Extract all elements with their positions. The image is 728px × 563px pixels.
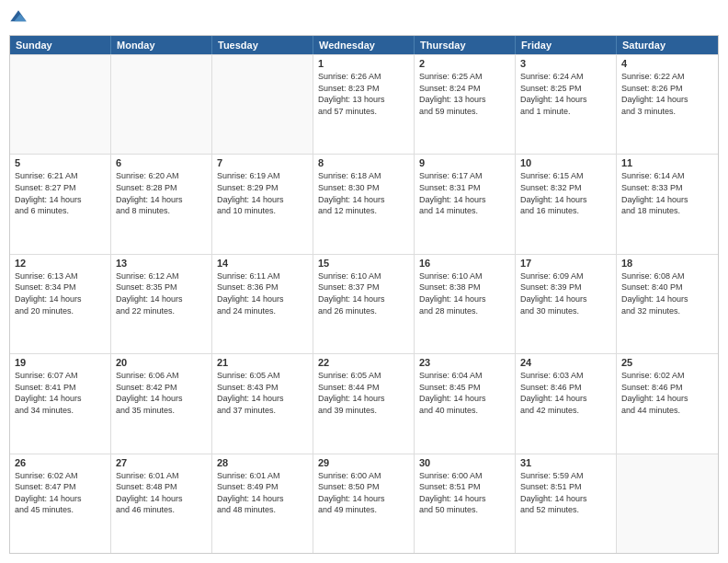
day-number: 17 [520,258,611,269]
calendar-row-0: 1Sunrise: 6:26 AM Sunset: 8:23 PM Daylig… [10,54,718,154]
day-info: Sunrise: 6:18 AM Sunset: 8:30 PM Dayligh… [318,170,409,216]
calendar-cell: 31Sunrise: 5:59 AM Sunset: 8:51 PM Dayli… [516,454,617,553]
day-info: Sunrise: 6:25 AM Sunset: 8:24 PM Dayligh… [419,71,510,117]
calendar-cell: 14Sunrise: 6:11 AM Sunset: 8:36 PM Dayli… [212,255,313,353]
calendar-cell: 21Sunrise: 6:05 AM Sunset: 8:43 PM Dayli… [212,354,313,453]
day-number: 20 [116,357,207,368]
header-day-tuesday: Tuesday [212,36,313,54]
logo [9,9,31,28]
calendar-cell: 13Sunrise: 6:12 AM Sunset: 8:35 PM Dayli… [111,255,212,353]
calendar-cell [212,55,313,154]
day-number: 7 [217,157,308,168]
calendar-row-2: 12Sunrise: 6:13 AM Sunset: 8:34 PM Dayli… [10,254,718,353]
day-info: Sunrise: 6:00 AM Sunset: 8:50 PM Dayligh… [318,470,409,516]
day-number: 14 [217,258,308,269]
day-info: Sunrise: 6:01 AM Sunset: 8:48 PM Dayligh… [116,470,207,516]
calendar-cell: 27Sunrise: 6:01 AM Sunset: 8:48 PM Dayli… [111,454,212,553]
day-info: Sunrise: 6:03 AM Sunset: 8:46 PM Dayligh… [520,370,611,416]
calendar-row-4: 26Sunrise: 6:02 AM Sunset: 8:47 PM Dayli… [10,454,718,553]
header-day-friday: Friday [516,36,617,54]
calendar-cell: 30Sunrise: 6:00 AM Sunset: 8:51 PM Dayli… [415,454,516,553]
header-day-sunday: Sunday [10,36,111,54]
calendar-cell: 11Sunrise: 6:14 AM Sunset: 8:33 PM Dayli… [617,155,718,253]
calendar-cell: 23Sunrise: 6:04 AM Sunset: 8:45 PM Dayli… [415,354,516,453]
day-number: 8 [318,157,409,168]
day-info: Sunrise: 6:15 AM Sunset: 8:32 PM Dayligh… [520,170,611,216]
calendar-cell [10,55,111,154]
header-day-saturday: Saturday [617,36,718,54]
header-day-wednesday: Wednesday [313,36,415,54]
day-info: Sunrise: 6:19 AM Sunset: 8:29 PM Dayligh… [217,170,308,216]
calendar-cell: 29Sunrise: 6:00 AM Sunset: 8:50 PM Dayli… [313,454,415,553]
calendar-cell: 9Sunrise: 6:17 AM Sunset: 8:31 PM Daylig… [415,155,516,253]
day-number: 26 [15,457,106,468]
calendar-row-3: 19Sunrise: 6:07 AM Sunset: 8:41 PM Dayli… [10,353,718,453]
day-info: Sunrise: 6:24 AM Sunset: 8:25 PM Dayligh… [520,71,611,117]
day-info: Sunrise: 6:14 AM Sunset: 8:33 PM Dayligh… [621,170,713,216]
logo-icon [9,9,28,28]
day-info: Sunrise: 6:00 AM Sunset: 8:51 PM Dayligh… [419,470,510,516]
day-number: 27 [116,457,207,468]
calendar-cell: 7Sunrise: 6:19 AM Sunset: 8:29 PM Daylig… [212,155,313,253]
day-info: Sunrise: 6:22 AM Sunset: 8:26 PM Dayligh… [621,71,713,117]
calendar-cell: 1Sunrise: 6:26 AM Sunset: 8:23 PM Daylig… [313,55,415,154]
day-info: Sunrise: 6:13 AM Sunset: 8:34 PM Dayligh… [15,270,106,316]
day-info: Sunrise: 6:05 AM Sunset: 8:44 PM Dayligh… [318,370,409,416]
calendar-cell: 25Sunrise: 6:02 AM Sunset: 8:46 PM Dayli… [617,354,718,453]
day-number: 30 [419,457,510,468]
calendar-cell: 5Sunrise: 6:21 AM Sunset: 8:27 PM Daylig… [10,155,111,253]
day-info: Sunrise: 6:02 AM Sunset: 8:46 PM Dayligh… [621,370,713,416]
day-number: 18 [621,258,713,269]
header-day-monday: Monday [111,36,212,54]
day-info: Sunrise: 6:10 AM Sunset: 8:37 PM Dayligh… [318,270,409,316]
day-number: 5 [15,157,106,168]
day-info: Sunrise: 6:20 AM Sunset: 8:28 PM Dayligh… [116,170,207,216]
day-number: 28 [217,457,308,468]
day-number: 13 [116,258,207,269]
calendar-cell: 15Sunrise: 6:10 AM Sunset: 8:37 PM Dayli… [313,255,415,353]
calendar-row-1: 5Sunrise: 6:21 AM Sunset: 8:27 PM Daylig… [10,154,718,253]
day-info: Sunrise: 6:09 AM Sunset: 8:39 PM Dayligh… [520,270,611,316]
calendar-cell: 19Sunrise: 6:07 AM Sunset: 8:41 PM Dayli… [10,354,111,453]
calendar-cell: 22Sunrise: 6:05 AM Sunset: 8:44 PM Dayli… [313,354,415,453]
day-number: 19 [15,357,106,368]
day-number: 11 [621,157,713,168]
day-number: 6 [116,157,207,168]
day-number: 22 [318,357,409,368]
day-number: 29 [318,457,409,468]
calendar-cell: 10Sunrise: 6:15 AM Sunset: 8:32 PM Dayli… [516,155,617,253]
day-info: Sunrise: 6:10 AM Sunset: 8:38 PM Dayligh… [419,270,510,316]
day-info: Sunrise: 6:12 AM Sunset: 8:35 PM Dayligh… [116,270,207,316]
calendar-header: SundayMondayTuesdayWednesdayThursdayFrid… [10,36,718,54]
day-number: 4 [621,58,713,69]
day-number: 12 [15,258,106,269]
day-info: Sunrise: 6:01 AM Sunset: 8:49 PM Dayligh… [217,470,308,516]
calendar-cell: 16Sunrise: 6:10 AM Sunset: 8:38 PM Dayli… [415,255,516,353]
calendar-cell: 20Sunrise: 6:06 AM Sunset: 8:42 PM Dayli… [111,354,212,453]
calendar-cell: 6Sunrise: 6:20 AM Sunset: 8:28 PM Daylig… [111,155,212,253]
day-info: Sunrise: 6:02 AM Sunset: 8:47 PM Dayligh… [15,470,106,516]
day-info: Sunrise: 6:04 AM Sunset: 8:45 PM Dayligh… [419,370,510,416]
calendar-cell [617,454,718,553]
day-number: 10 [520,157,611,168]
calendar-cell: 4Sunrise: 6:22 AM Sunset: 8:26 PM Daylig… [617,55,718,154]
day-info: Sunrise: 6:07 AM Sunset: 8:41 PM Dayligh… [15,370,106,416]
calendar-cell: 17Sunrise: 6:09 AM Sunset: 8:39 PM Dayli… [516,255,617,353]
day-info: Sunrise: 6:17 AM Sunset: 8:31 PM Dayligh… [419,170,510,216]
page: SundayMondayTuesdayWednesdayThursdayFrid… [0,0,728,563]
day-info: Sunrise: 6:08 AM Sunset: 8:40 PM Dayligh… [621,270,713,316]
day-number: 16 [419,258,510,269]
calendar-cell: 28Sunrise: 6:01 AM Sunset: 8:49 PM Dayli… [212,454,313,553]
day-number: 25 [621,357,713,368]
day-number: 1 [318,58,409,69]
day-info: Sunrise: 6:21 AM Sunset: 8:27 PM Dayligh… [15,170,106,216]
calendar-cell: 3Sunrise: 6:24 AM Sunset: 8:25 PM Daylig… [516,55,617,154]
day-number: 15 [318,258,409,269]
day-number: 21 [217,357,308,368]
day-number: 3 [520,58,611,69]
calendar: SundayMondayTuesdayWednesdayThursdayFrid… [9,35,719,554]
calendar-cell [111,55,212,154]
day-info: Sunrise: 6:06 AM Sunset: 8:42 PM Dayligh… [116,370,207,416]
calendar-cell: 26Sunrise: 6:02 AM Sunset: 8:47 PM Dayli… [10,454,111,553]
calendar-cell: 18Sunrise: 6:08 AM Sunset: 8:40 PM Dayli… [617,255,718,353]
